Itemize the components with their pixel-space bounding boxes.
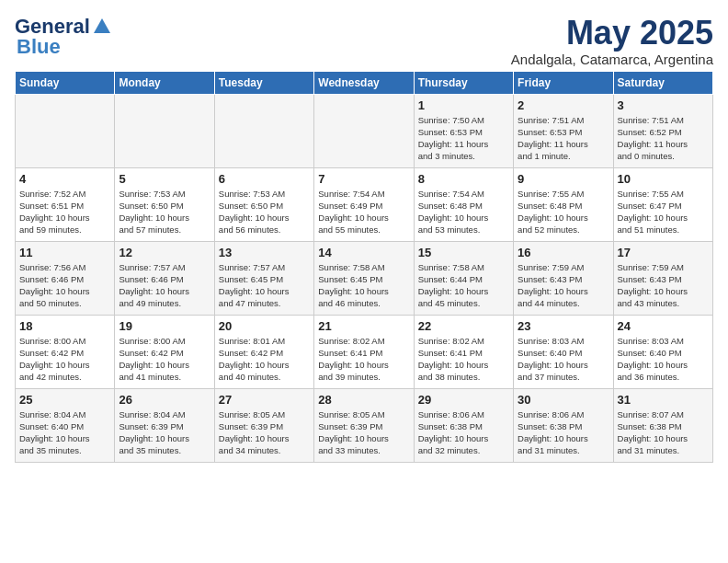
week-row-5: 25Sunrise: 8:04 AM Sunset: 6:40 PM Dayli… <box>16 388 713 462</box>
day-number: 28 <box>318 393 409 407</box>
cell-info: Sunrise: 7:59 AM Sunset: 6:43 PM Dayligh… <box>518 261 609 310</box>
cell-info: Sunrise: 8:06 AM Sunset: 6:38 PM Dayligh… <box>418 408 509 457</box>
cell-info: Sunrise: 8:04 AM Sunset: 6:40 PM Dayligh… <box>19 408 110 457</box>
day-number: 7 <box>318 172 409 186</box>
day-number: 20 <box>219 319 310 333</box>
col-header-friday: Friday <box>514 71 613 94</box>
cell-info: Sunrise: 7:58 AM Sunset: 6:44 PM Dayligh… <box>418 261 509 310</box>
day-number: 21 <box>318 319 409 333</box>
cell-info: Sunrise: 7:56 AM Sunset: 6:46 PM Dayligh… <box>19 261 110 310</box>
calendar-cell: 12Sunrise: 7:57 AM Sunset: 6:46 PM Dayli… <box>115 241 214 315</box>
day-number: 27 <box>219 393 310 407</box>
calendar-header-row: SundayMondayTuesdayWednesdayThursdayFrid… <box>16 71 713 94</box>
calendar-cell <box>16 94 115 167</box>
cell-info: Sunrise: 7:54 AM Sunset: 6:49 PM Dayligh… <box>318 188 409 236</box>
logo: General Blue <box>15 15 112 59</box>
svg-marker-0 <box>94 18 110 33</box>
col-header-saturday: Saturday <box>613 71 712 94</box>
day-number: 19 <box>119 319 210 333</box>
logo-text-blue: Blue <box>17 35 61 59</box>
col-header-monday: Monday <box>115 71 214 94</box>
calendar-cell: 15Sunrise: 7:58 AM Sunset: 6:44 PM Dayli… <box>414 241 513 315</box>
day-number: 12 <box>119 246 210 259</box>
main-title: May 2025 <box>511 15 713 52</box>
cell-info: Sunrise: 8:01 AM Sunset: 6:42 PM Dayligh… <box>219 335 310 384</box>
day-number: 23 <box>518 319 609 333</box>
cell-info: Sunrise: 7:55 AM Sunset: 6:47 PM Dayligh… <box>618 188 709 236</box>
day-number: 1 <box>418 98 509 112</box>
cell-info: Sunrise: 7:51 AM Sunset: 6:52 PM Dayligh… <box>618 114 709 163</box>
cell-info: Sunrise: 7:53 AM Sunset: 6:50 PM Dayligh… <box>119 188 210 236</box>
day-number: 10 <box>618 172 709 186</box>
calendar-cell: 30Sunrise: 8:06 AM Sunset: 6:38 PM Dayli… <box>514 388 613 462</box>
calendar-cell: 22Sunrise: 8:02 AM Sunset: 6:41 PM Dayli… <box>414 315 513 388</box>
cell-info: Sunrise: 8:05 AM Sunset: 6:39 PM Dayligh… <box>219 408 310 457</box>
col-header-wednesday: Wednesday <box>314 71 414 94</box>
cell-info: Sunrise: 7:55 AM Sunset: 6:48 PM Dayligh… <box>518 188 609 236</box>
calendar-cell: 24Sunrise: 8:03 AM Sunset: 6:40 PM Dayli… <box>613 315 712 388</box>
cell-info: Sunrise: 8:07 AM Sunset: 6:38 PM Dayligh… <box>618 408 709 457</box>
calendar-cell: 28Sunrise: 8:05 AM Sunset: 6:39 PM Dayli… <box>314 388 414 462</box>
calendar-cell: 14Sunrise: 7:58 AM Sunset: 6:45 PM Dayli… <box>314 241 414 315</box>
day-number: 13 <box>219 246 310 259</box>
calendar-cell: 31Sunrise: 8:07 AM Sunset: 6:38 PM Dayli… <box>613 388 712 462</box>
calendar-cell: 29Sunrise: 8:06 AM Sunset: 6:38 PM Dayli… <box>414 388 513 462</box>
day-number: 25 <box>19 393 110 407</box>
day-number: 16 <box>518 246 609 259</box>
cell-info: Sunrise: 8:06 AM Sunset: 6:38 PM Dayligh… <box>518 408 609 457</box>
calendar-table: SundayMondayTuesdayWednesdayThursdayFrid… <box>15 71 713 463</box>
day-number: 24 <box>618 319 709 333</box>
calendar-cell: 20Sunrise: 8:01 AM Sunset: 6:42 PM Dayli… <box>214 315 313 388</box>
calendar-cell: 5Sunrise: 7:53 AM Sunset: 6:50 PM Daylig… <box>115 167 214 241</box>
cell-info: Sunrise: 8:00 AM Sunset: 6:42 PM Dayligh… <box>119 335 210 384</box>
calendar-cell <box>314 94 414 167</box>
day-number: 30 <box>518 393 609 407</box>
calendar-cell: 2Sunrise: 7:51 AM Sunset: 6:53 PM Daylig… <box>514 94 613 167</box>
calendar-cell: 21Sunrise: 8:02 AM Sunset: 6:41 PM Dayli… <box>314 315 414 388</box>
calendar-cell: 18Sunrise: 8:00 AM Sunset: 6:42 PM Dayli… <box>16 315 115 388</box>
col-header-thursday: Thursday <box>414 71 513 94</box>
calendar-cell <box>115 94 214 167</box>
calendar-cell: 13Sunrise: 7:57 AM Sunset: 6:45 PM Dayli… <box>214 241 313 315</box>
week-row-4: 18Sunrise: 8:00 AM Sunset: 6:42 PM Dayli… <box>16 315 713 388</box>
cell-info: Sunrise: 7:51 AM Sunset: 6:53 PM Dayligh… <box>518 114 609 163</box>
calendar-cell: 25Sunrise: 8:04 AM Sunset: 6:40 PM Dayli… <box>16 388 115 462</box>
calendar-cell: 9Sunrise: 7:55 AM Sunset: 6:48 PM Daylig… <box>514 167 613 241</box>
cell-info: Sunrise: 7:52 AM Sunset: 6:51 PM Dayligh… <box>19 188 110 236</box>
col-header-sunday: Sunday <box>16 71 115 94</box>
calendar-cell <box>214 94 313 167</box>
day-number: 26 <box>119 393 210 407</box>
day-number: 8 <box>418 172 509 186</box>
day-number: 17 <box>618 246 709 259</box>
day-number: 5 <box>119 172 210 186</box>
calendar-cell: 1Sunrise: 7:50 AM Sunset: 6:53 PM Daylig… <box>414 94 513 167</box>
cell-info: Sunrise: 7:50 AM Sunset: 6:53 PM Dayligh… <box>418 114 509 163</box>
week-row-2: 4Sunrise: 7:52 AM Sunset: 6:51 PM Daylig… <box>16 167 713 241</box>
calendar-cell: 10Sunrise: 7:55 AM Sunset: 6:47 PM Dayli… <box>613 167 712 241</box>
day-number: 29 <box>418 393 509 407</box>
cell-info: Sunrise: 7:54 AM Sunset: 6:48 PM Dayligh… <box>418 188 509 236</box>
cell-info: Sunrise: 8:00 AM Sunset: 6:42 PM Dayligh… <box>19 335 110 384</box>
calendar-cell: 23Sunrise: 8:03 AM Sunset: 6:40 PM Dayli… <box>514 315 613 388</box>
day-number: 22 <box>418 319 509 333</box>
calendar-cell: 3Sunrise: 7:51 AM Sunset: 6:52 PM Daylig… <box>613 94 712 167</box>
calendar-cell: 17Sunrise: 7:59 AM Sunset: 6:43 PM Dayli… <box>613 241 712 315</box>
cell-info: Sunrise: 8:02 AM Sunset: 6:41 PM Dayligh… <box>418 335 509 384</box>
day-number: 9 <box>518 172 609 186</box>
title-section: May 2025 Andalgala, Catamarca, Argentina <box>511 15 713 67</box>
day-number: 4 <box>19 172 110 186</box>
day-number: 3 <box>618 98 709 112</box>
day-number: 11 <box>19 246 110 259</box>
calendar-cell: 4Sunrise: 7:52 AM Sunset: 6:51 PM Daylig… <box>16 167 115 241</box>
cell-info: Sunrise: 8:03 AM Sunset: 6:40 PM Dayligh… <box>618 335 709 384</box>
cell-info: Sunrise: 8:02 AM Sunset: 6:41 PM Dayligh… <box>318 335 409 384</box>
sub-title: Andalgala, Catamarca, Argentina <box>511 52 713 67</box>
calendar-cell: 27Sunrise: 8:05 AM Sunset: 6:39 PM Dayli… <box>214 388 313 462</box>
day-number: 2 <box>518 98 609 112</box>
calendar-cell: 6Sunrise: 7:53 AM Sunset: 6:50 PM Daylig… <box>214 167 313 241</box>
cell-info: Sunrise: 7:58 AM Sunset: 6:45 PM Dayligh… <box>318 261 409 310</box>
calendar-cell: 19Sunrise: 8:00 AM Sunset: 6:42 PM Dayli… <box>115 315 214 388</box>
calendar-cell: 11Sunrise: 7:56 AM Sunset: 6:46 PM Dayli… <box>16 241 115 315</box>
calendar-cell: 7Sunrise: 7:54 AM Sunset: 6:49 PM Daylig… <box>314 167 414 241</box>
col-header-tuesday: Tuesday <box>214 71 313 94</box>
